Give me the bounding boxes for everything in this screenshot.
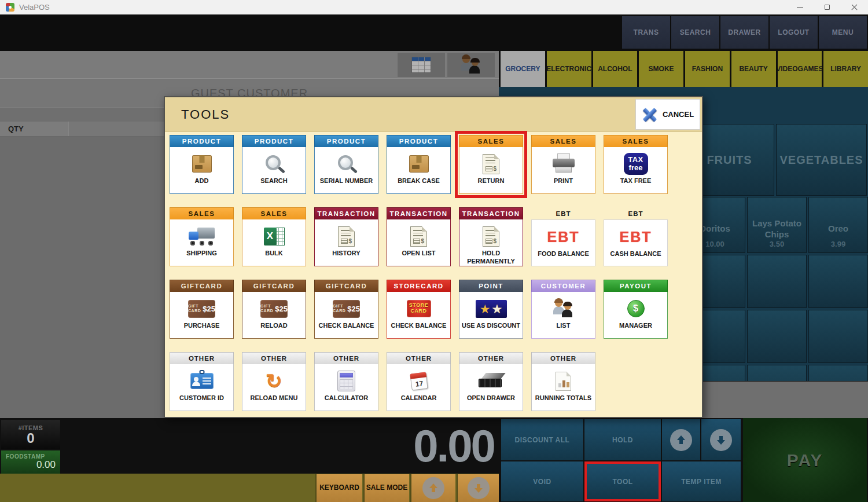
- tool-return[interactable]: SALES$RETURN: [459, 135, 523, 194]
- bottom-bar: #ITEMS 0 FOODSTAMP 0.00 0.00 KEYBOARD SA…: [0, 418, 868, 502]
- product-price: 3.99: [809, 240, 867, 248]
- tool-label: TAX FREE: [619, 177, 653, 185]
- tool-label: OPEN LIST: [400, 250, 436, 258]
- tool-label: BREAK CASE: [396, 177, 441, 185]
- tool-label: ADD: [194, 177, 210, 185]
- tool-category-label: GIFTCARD: [170, 280, 234, 292]
- tool-shipping[interactable]: SALESSHIPPING: [170, 207, 234, 266]
- tool-history[interactable]: TRANSACTION$HISTORY: [314, 207, 378, 266]
- discount-all-button[interactable]: DISCOUNT ALL: [501, 419, 583, 460]
- tool-category-label: PRODUCT: [314, 135, 378, 147]
- group-vegetables-button[interactable]: VEGETABLES: [776, 124, 867, 196]
- tool-hold-permanently[interactable]: TRANSACTION$HOLD PERMANENTLY: [459, 207, 523, 266]
- tool-food-balance[interactable]: EBTEBTFOOD BALANCE: [531, 207, 595, 266]
- hold-button[interactable]: HOLD: [584, 419, 661, 460]
- nav-search-button[interactable]: SEARCH: [671, 16, 719, 49]
- window-title: VelaPOS: [19, 3, 50, 12]
- tool-reload[interactable]: GIFTCARDGIFTCARD$25RELOAD: [242, 280, 306, 339]
- tab-smoke[interactable]: SMOKE: [639, 51, 683, 87]
- tool-label: PRINT: [553, 177, 574, 185]
- tool-category-label: OTHER: [387, 352, 451, 364]
- tool-tax-free[interactable]: SALESTAXfreeTAX FREE: [604, 135, 668, 194]
- window-controls: [786, 0, 868, 14]
- tool-cash-balance[interactable]: EBTEBTCASH BALANCE: [604, 207, 668, 266]
- nav-drawer-button[interactable]: DRAWER: [720, 16, 768, 49]
- tool-calculator[interactable]: OTHERCALCULATOR: [314, 352, 378, 411]
- list-down-button[interactable]: [701, 419, 741, 460]
- tab-electronic[interactable]: ELECTRONIC: [547, 51, 591, 87]
- sale-mode-button[interactable]: SALE MODE: [363, 474, 409, 502]
- tools-modal-header: TOOLS CANCEL: [165, 97, 702, 132]
- tool-list[interactable]: CUSTOMERLIST: [531, 280, 595, 339]
- tool-reload-menu[interactable]: OTHER↻RELOAD MENU: [242, 352, 306, 411]
- tool-category-label: PRODUCT: [242, 135, 306, 147]
- tool-bulk[interactable]: SALESXBULK: [242, 207, 306, 266]
- store-card-icon: STORECARD: [407, 296, 431, 321]
- tool-label: OPEN DRAWER: [466, 394, 516, 402]
- tool-category-label: SALES: [531, 135, 595, 147]
- tab-videogames[interactable]: VIDEOGAMES: [778, 51, 822, 87]
- tool-label: SHIPPING: [185, 250, 218, 258]
- tool-manager[interactable]: PAYOUT$MANAGER: [604, 280, 668, 339]
- tool-category-label: SALES: [170, 207, 234, 219]
- tab-fashion[interactable]: FASHION: [685, 51, 730, 87]
- tool-category-label: POINT: [459, 280, 523, 292]
- nav-menu-button[interactable]: MENU: [819, 16, 867, 49]
- tab-grocery[interactable]: GROCERY: [501, 51, 545, 87]
- magnifier-icon: [336, 151, 357, 177]
- close-button[interactable]: [841, 0, 868, 14]
- tool-open-drawer[interactable]: OTHEROPEN DRAWER: [459, 352, 523, 411]
- maximize-button[interactable]: [814, 0, 841, 14]
- tab-alcohol[interactable]: ALCOHOL: [593, 51, 638, 87]
- gift-card-icon: GIFTCARD$25: [333, 296, 360, 321]
- ebt-icon: EBT: [620, 224, 652, 250]
- cancel-button[interactable]: CANCEL: [635, 99, 700, 130]
- tool-check-balance[interactable]: STORECARDSTORECARDCHECK BALANCE: [387, 280, 451, 339]
- tool-running-totals[interactable]: OTHERRUNNING TOTALS: [531, 352, 595, 411]
- tool-label: HISTORY: [331, 250, 361, 258]
- tool-purchase[interactable]: GIFTCARDGIFTCARD$25PURCHASE: [170, 280, 234, 339]
- minimize-button[interactable]: [786, 0, 814, 14]
- tool-category-label: GIFTCARD: [314, 280, 378, 292]
- tab-library[interactable]: LIBRARY: [823, 51, 868, 87]
- tool-check-balance[interactable]: GIFTCARDGIFTCARD$25CHECK BALANCE: [314, 280, 378, 339]
- tool-use-as-discount[interactable]: POINT★★USE AS DISCOUNT: [459, 280, 523, 339]
- app-logo-icon: [6, 3, 14, 12]
- cancel-x-icon: [642, 107, 658, 122]
- tool-serial-number[interactable]: PRODUCTSERIAL NUMBER: [314, 135, 378, 194]
- scroll-up-button[interactable]: [410, 474, 455, 502]
- tool-calendar[interactable]: OTHER17CALENDAR: [387, 352, 451, 411]
- tool-open-list[interactable]: TRANSACTION$OPEN LIST: [387, 207, 451, 266]
- tool-label: CHECK BALANCE: [318, 322, 376, 330]
- tool-customer-id[interactable]: OTHERCUSTOMER ID: [170, 352, 234, 411]
- pay-button[interactable]: PAY: [743, 418, 867, 502]
- tool-category-label: TRANSACTION: [314, 207, 378, 219]
- product-lays-potato-chips[interactable]: Lays Potato Chips 3.50: [747, 197, 807, 253]
- gift-card-icon: GIFTCARD$25: [260, 296, 288, 321]
- void-button[interactable]: VOID: [501, 461, 583, 501]
- tool-label: SEARCH: [259, 177, 288, 185]
- tool-label: CASH BALANCE: [609, 250, 663, 258]
- product-oreo[interactable]: Oreo 3.99: [808, 197, 868, 253]
- tool-button[interactable]: TOOL: [584, 461, 661, 501]
- empty-product-slot: [808, 310, 868, 363]
- nav-trans-button[interactable]: TRANS: [622, 16, 670, 49]
- modal-title: TOOLS: [181, 107, 230, 122]
- calendar-icon: 17: [411, 368, 427, 394]
- tool-add[interactable]: PRODUCTADD: [170, 135, 234, 194]
- tool-category-label: OTHER: [459, 352, 523, 364]
- tool-break-case[interactable]: PRODUCTBREAK CASE: [387, 135, 451, 194]
- gift-card-icon: GIFTCARD$25: [188, 296, 215, 321]
- tool-print[interactable]: SALESPRINT: [531, 135, 595, 194]
- velapos-window: VelaPOS TRANS SEARCH DRAWER LOGOUT MENU …: [0, 0, 868, 502]
- list-up-button[interactable]: [662, 419, 700, 460]
- temp-item-button[interactable]: TEMP ITEM: [662, 461, 741, 501]
- nav-logout-button[interactable]: LOGOUT: [770, 16, 818, 49]
- tool-category-label: OTHER: [314, 352, 378, 364]
- grid-view-button[interactable]: [397, 52, 446, 78]
- customer-select-button[interactable]: [447, 52, 495, 78]
- scroll-down-button[interactable]: [457, 474, 499, 502]
- tab-beauty[interactable]: BEAUTY: [731, 51, 776, 87]
- keyboard-button[interactable]: KEYBOARD: [315, 474, 362, 502]
- tool-search[interactable]: PRODUCTSEARCH: [242, 135, 306, 194]
